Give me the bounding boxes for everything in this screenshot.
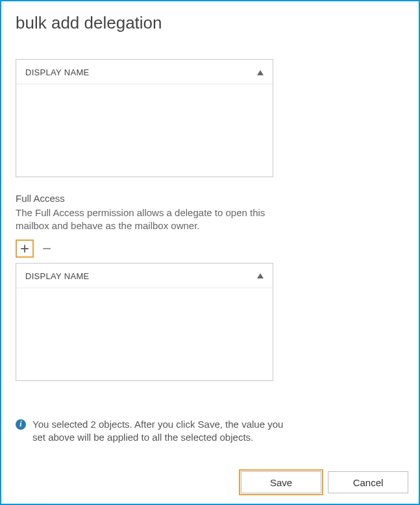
info-text: You selected 2 objects. After you click …	[32, 418, 299, 445]
grid-header[interactable]: DISPLAY NAME	[16, 264, 273, 288]
full-access-label: Full Access	[16, 193, 404, 204]
column-header-display-name: DISPLAY NAME	[25, 271, 90, 281]
full-access-description: The Full Access permission allows a dele…	[16, 206, 288, 233]
save-button[interactable]: Save	[241, 471, 321, 493]
full-access-grid: DISPLAY NAME	[16, 263, 273, 381]
grid-body-empty	[16, 84, 273, 177]
dialog-buttons: Save Cancel	[241, 471, 408, 493]
info-icon: i	[16, 419, 26, 430]
sort-ascending-icon	[257, 70, 264, 75]
remove-button[interactable]: −	[38, 240, 56, 258]
info-message: i You selected 2 objects. After you clic…	[16, 418, 379, 445]
page-title: bulk add delegation	[16, 13, 404, 33]
plus-icon: +	[20, 241, 29, 256]
minus-icon: −	[42, 241, 51, 256]
grid-header[interactable]: DISPLAY NAME	[16, 60, 273, 84]
add-button[interactable]: +	[16, 240, 34, 258]
cancel-button[interactable]: Cancel	[328, 471, 408, 493]
send-as-grid: DISPLAY NAME	[16, 59, 273, 177]
grid-body-empty	[16, 288, 273, 380]
full-access-toolbar: + −	[16, 240, 404, 258]
sort-ascending-icon	[257, 273, 264, 278]
column-header-display-name: DISPLAY NAME	[25, 68, 90, 77]
